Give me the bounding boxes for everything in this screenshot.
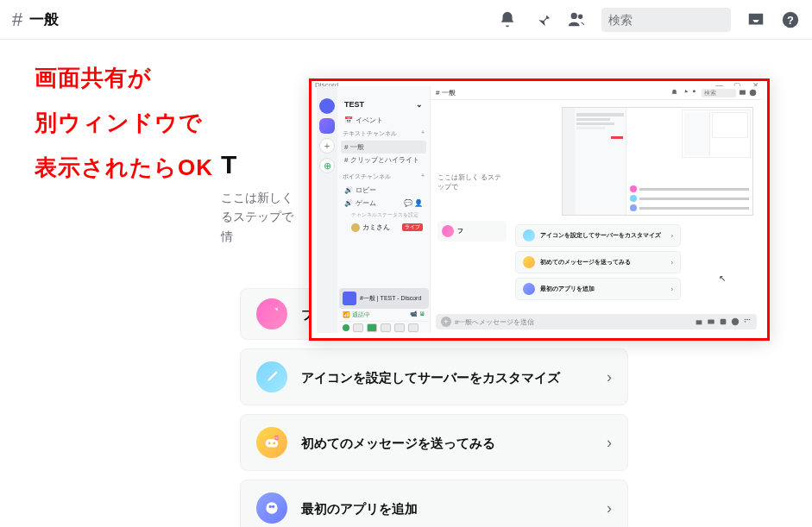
voice-section[interactable]: ボイスチャンネル+ (341, 170, 426, 184)
mini-card-invite: フ (437, 221, 507, 242)
sticker-icon[interactable] (719, 317, 727, 326)
channel-name: 一般 (29, 9, 59, 29)
channel-row[interactable]: # 一般 (341, 141, 426, 154)
pin-icon[interactable] (532, 10, 551, 29)
members-icon[interactable] (567, 10, 586, 29)
help-icon[interactable]: ? (781, 10, 800, 29)
add-server-button[interactable]: + (319, 138, 335, 154)
svg-point-5 (273, 442, 275, 445)
card-label: 初めてのメッセージを送ってみる (301, 434, 607, 452)
members-icon[interactable] (691, 89, 699, 97)
svg-rect-16 (721, 319, 727, 325)
threads-icon[interactable] (660, 89, 668, 97)
paint-icon (256, 361, 287, 392)
header-icons: ? (463, 8, 800, 32)
help-icon[interactable] (749, 89, 757, 97)
screen-share-window: Discord — ▢ ✕ + ⊕ TEST⌄ 📅 イベント テキストチャンネル… (309, 78, 770, 341)
disconnect-button[interactable] (408, 323, 419, 332)
explore-button[interactable]: ⊕ (319, 158, 335, 173)
svg-rect-15 (708, 320, 714, 324)
svg-point-19 (746, 319, 748, 321)
threads-icon[interactable] (463, 10, 482, 29)
app-icon (256, 492, 287, 524)
card-label: 最初のアプリを追加 (301, 499, 607, 518)
card-customize[interactable]: アイコンを設定してサーバーをカスタマイズ › (240, 348, 628, 405)
card-first-message[interactable]: Hi! 初めてのメッセージを送ってみる › (240, 414, 628, 471)
cursor-icon: ↖ (719, 273, 726, 283)
svg-point-9 (269, 505, 272, 508)
deeply-nested (682, 110, 751, 158)
welcome-mini: ここは新しく るステップで (437, 173, 507, 191)
mini-card[interactable]: 最初のアプリを追加› (515, 278, 681, 300)
svg-text:Hi!: Hi! (274, 436, 278, 440)
svg-rect-14 (696, 320, 702, 324)
svg-point-10 (272, 505, 274, 508)
inbox-icon[interactable] (746, 10, 765, 29)
search-mini[interactable]: 検索 (702, 89, 736, 97)
server-icon[interactable] (319, 118, 335, 134)
message-icon: Hi! (256, 427, 287, 458)
voice-row[interactable]: 🔊 ロビー (341, 184, 426, 197)
dm-button[interactable] (319, 98, 335, 114)
server-header[interactable]: TEST⌄ (341, 98, 426, 114)
svg-point-21 (745, 321, 746, 323)
channel-title: # 一般 (12, 9, 59, 31)
svg-point-8 (266, 502, 277, 513)
svg-rect-12 (740, 91, 746, 95)
channel-row[interactable]: # クリップとハイライト (341, 154, 426, 166)
gif-icon[interactable] (707, 317, 715, 326)
bell-icon[interactable] (670, 89, 678, 97)
pin-icon[interactable] (681, 89, 689, 97)
svg-point-13 (750, 90, 757, 97)
mini-card[interactable]: アイコンを設定してサーバーをカスタマイズ› (515, 224, 681, 247)
voice-user[interactable]: カミさんライブ (341, 221, 426, 234)
activities-button[interactable] (381, 323, 391, 332)
svg-point-20 (749, 319, 751, 321)
mini-invite-card[interactable]: フ (437, 221, 507, 242)
mini-card[interactable]: 初めてのメッセージを送ってみる› (515, 251, 681, 273)
activity-card[interactable]: #一般 | TEST - Discord (339, 288, 429, 309)
gift-icon[interactable] (695, 317, 703, 326)
apps-icon[interactable] (743, 317, 752, 326)
svg-text:?: ? (787, 13, 794, 26)
server-rail: + ⊕ (317, 86, 337, 333)
live-badge: ライブ (402, 223, 423, 231)
search-input[interactable] (608, 13, 759, 27)
voice-status[interactable]: チャンネルステータスを設定 (341, 210, 426, 221)
search-box[interactable] (601, 8, 731, 32)
mic-button[interactable] (353, 323, 363, 332)
status-dot (343, 324, 349, 331)
channel-header: # 一般 ? (0, 0, 812, 40)
red-annotation: 画面共有が 別ウィンドウで 表示されたらOK (35, 55, 213, 190)
emoji-icon[interactable] (731, 317, 740, 326)
invite-icon (256, 298, 287, 329)
connection-status: 📶 通話中📹 🖥 (339, 309, 429, 321)
svg-point-18 (745, 319, 746, 321)
bell-icon[interactable] (498, 10, 517, 29)
events-row[interactable]: 📅 イベント (341, 114, 426, 127)
card-label: アイコンを設定してサーバーをカスタマイズ (301, 368, 607, 386)
mini-cards: アイコンを設定してサーバーをカスタマイズ› 初めてのメッセージを送ってみる› 最… (515, 224, 681, 300)
channel-sidebar: TEST⌄ 📅 イベント テキストチャンネル+ # 一般 # クリップとハイライ… (337, 86, 431, 333)
attach-button[interactable]: + (441, 317, 451, 327)
inbox-icon[interactable] (739, 89, 746, 97)
voice-row[interactable]: 🔊 ゲーム 💬 👤 (341, 197, 426, 210)
svg-point-4 (268, 442, 271, 445)
svg-point-17 (732, 318, 739, 325)
svg-rect-3 (266, 439, 279, 447)
chat-header: # 一般 検索 (431, 86, 762, 100)
svg-point-11 (693, 90, 696, 92)
message-input[interactable]: + #一般へメッセージを送信 (436, 314, 757, 329)
user-bar (339, 321, 429, 333)
chat-main: # 一般 検索 (431, 86, 762, 333)
nested-screenshot (562, 107, 753, 216)
chevron-right-icon: › (607, 368, 612, 386)
soundboard-button[interactable] (394, 323, 405, 332)
screen-share-button[interactable] (367, 323, 377, 332)
text-section[interactable]: テキストチャンネル+ (341, 127, 426, 141)
chevron-right-icon: › (607, 499, 612, 518)
chevron-right-icon: › (607, 434, 612, 452)
hash-icon: # (12, 9, 22, 31)
card-add-app[interactable]: 最初のアプリを追加 › (240, 480, 628, 527)
